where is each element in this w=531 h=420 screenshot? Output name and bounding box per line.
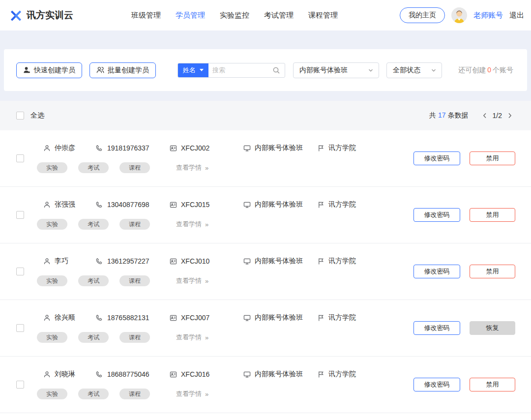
prev-page-icon[interactable]: [481, 112, 488, 120]
tag-course[interactable]: 课程: [119, 332, 150, 343]
status-filter-select[interactable]: 全部状态: [386, 62, 442, 78]
toggle-status-button[interactable]: 禁用: [470, 151, 515, 165]
total-count: 17: [438, 111, 446, 119]
student-phone-cell: 13040877698: [96, 201, 170, 209]
view-study-link[interactable]: 查看学情 »: [176, 220, 208, 229]
tag-experiment[interactable]: 实验: [37, 275, 67, 286]
row-tags-line: 实验 考试 课程 查看学情 »: [37, 219, 413, 230]
class-filter-select[interactable]: 内部账号体验班: [293, 62, 379, 78]
tag-course[interactable]: 课程: [119, 275, 150, 286]
view-study-link[interactable]: 查看学情 »: [176, 390, 208, 398]
account-name[interactable]: 老师账号: [473, 11, 503, 20]
student-account-cell: XFCJ010: [170, 257, 243, 265]
nav-item-experiment-monitor[interactable]: 实验监控: [220, 11, 249, 20]
student-college-cell: 讯方学院: [317, 144, 413, 152]
avatar[interactable]: [451, 7, 467, 23]
id-card-icon: [170, 371, 177, 378]
next-page-icon[interactable]: [506, 112, 513, 120]
student-account: XFCJ007: [181, 314, 209, 322]
person-icon: [43, 145, 51, 152]
student-college: 讯方学院: [328, 313, 356, 322]
student-college: 讯方学院: [328, 370, 356, 379]
row-tags-line: 实验 考试 课程 查看学情 »: [37, 389, 413, 399]
student-name-cell: 刘晓琳: [43, 370, 96, 379]
header-right: 我的主页 老师账号 退出: [400, 7, 524, 23]
tag-exam[interactable]: 考试: [78, 389, 109, 399]
chevron-down-icon: [431, 67, 437, 73]
tag-experiment[interactable]: 实验: [37, 332, 67, 343]
tags: 实验 考试 课程: [37, 389, 176, 399]
view-study-link[interactable]: 查看学情 »: [176, 333, 208, 342]
nav-item-exam-management[interactable]: 考试管理: [264, 11, 294, 20]
nav-item-class-management[interactable]: 班级管理: [131, 11, 161, 20]
change-password-button[interactable]: 修改密码: [413, 378, 460, 391]
quota-value: 0: [487, 66, 491, 74]
view-study-link[interactable]: 查看学情 »: [176, 276, 208, 285]
search-icon[interactable]: [271, 66, 285, 74]
tag-exam[interactable]: 考试: [78, 162, 109, 173]
row-tags-line: 实验 考试 课程 查看学情 »: [37, 162, 413, 173]
change-password-button[interactable]: 修改密码: [413, 208, 460, 222]
row-checkbox[interactable]: [16, 381, 24, 389]
search-input[interactable]: [208, 66, 271, 74]
change-password-button[interactable]: 修改密码: [413, 265, 460, 278]
row-body: 仲崇彦 19181976337 XFCJ002 内部账号体验班 讯方学院: [43, 144, 413, 173]
student-row: 张强强 13040877698 XFCJ015 内部账号体验班 讯方学院: [0, 187, 531, 243]
tag-course[interactable]: 课程: [119, 219, 150, 230]
row-info-line: 刘晓琳 18688775046 XFCJ016 内部账号体验班 讯方学院: [43, 370, 413, 379]
row-checkbox[interactable]: [16, 154, 24, 162]
quick-create-label: 快速创建学员: [34, 66, 75, 75]
student-class: 内部账号体验班: [255, 144, 303, 152]
student-phone: 18688775046: [107, 370, 149, 378]
view-study-label: 查看学情: [176, 220, 202, 229]
row-checkbox[interactable]: [16, 268, 24, 275]
toggle-status-button[interactable]: 禁用: [470, 378, 515, 391]
summary-suffix: 条数据: [448, 111, 469, 119]
people-icon: [96, 66, 104, 74]
search-field-selector[interactable]: 姓名: [178, 63, 208, 78]
list-header-right: 共17条数据 1/2: [429, 111, 513, 120]
logout-link[interactable]: 退出: [509, 11, 524, 20]
batch-create-student-button[interactable]: 批量创建学员: [89, 62, 156, 78]
nav-item-student-management[interactable]: 学员管理: [176, 11, 205, 20]
tag-course[interactable]: 课程: [119, 162, 150, 173]
tag-experiment[interactable]: 实验: [37, 389, 67, 399]
tag-experiment[interactable]: 实验: [37, 162, 67, 173]
student-row: 徐兴顺 18765882131 XFCJ007 内部账号体验班 讯方学院: [0, 300, 531, 357]
student-account-cell: XFCJ007: [170, 314, 243, 322]
row-actions: 修改密码 禁用: [413, 151, 515, 165]
student-name-cell: 仲崇彦: [43, 144, 96, 152]
quick-create-student-button[interactable]: 快速创建学员: [16, 62, 82, 78]
student-name: 徐兴顺: [55, 313, 75, 322]
change-password-button[interactable]: 修改密码: [413, 321, 460, 335]
toggle-status-button[interactable]: 禁用: [470, 265, 515, 278]
row-checkbox[interactable]: [16, 211, 24, 219]
school-flag-icon: [317, 314, 324, 322]
phone-icon: [96, 314, 103, 322]
my-homepage-button[interactable]: 我的主页: [400, 7, 445, 23]
tags: 实验 考试 课程: [37, 162, 176, 173]
double-arrow-icon: »: [205, 221, 208, 228]
tag-experiment[interactable]: 实验: [37, 219, 67, 230]
person-icon: [43, 201, 51, 209]
tag-exam[interactable]: 考试: [78, 275, 109, 286]
toggle-status-button[interactable]: 禁用: [470, 208, 515, 222]
brand-logo-icon: [10, 9, 22, 22]
search-field-label: 姓名: [183, 66, 196, 75]
tags: 实验 考试 课程: [37, 332, 176, 343]
nav-item-course-management[interactable]: 课程管理: [308, 11, 338, 20]
view-study-link[interactable]: 查看学情 »: [176, 163, 208, 172]
row-actions: 修改密码 恢复: [413, 321, 515, 335]
row-checkbox[interactable]: [16, 324, 24, 332]
tag-exam[interactable]: 考试: [78, 332, 109, 343]
tag-course[interactable]: 课程: [119, 389, 150, 399]
row-tags-line: 实验 考试 课程 查看学情 »: [37, 332, 413, 343]
change-password-button[interactable]: 修改密码: [413, 151, 460, 165]
toggle-status-button[interactable]: 恢复: [470, 321, 515, 335]
student-class-cell: 内部账号体验班: [243, 257, 317, 266]
select-all-checkbox[interactable]: [16, 112, 24, 120]
monitor-icon: [243, 201, 251, 209]
total-summary: 共17条数据: [429, 111, 469, 120]
student-class-cell: 内部账号体验班: [243, 370, 317, 379]
tag-exam[interactable]: 考试: [78, 219, 109, 230]
